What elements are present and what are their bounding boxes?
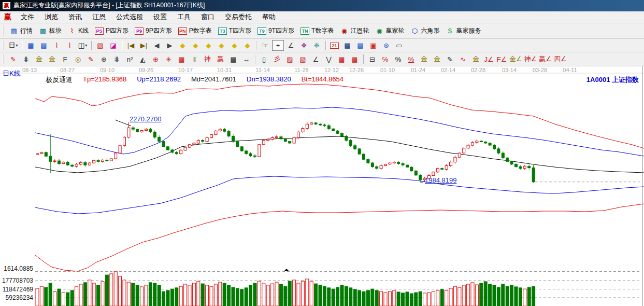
print-button[interactable]: ▭ — [393, 40, 405, 51]
calculator-button[interactable]: ▦ — [341, 40, 353, 51]
shen-tool-button[interactable]: 神 — [202, 54, 213, 65]
fan-lines-button[interactable]: 彡 — [271, 54, 283, 65]
color-chart-button[interactable]: ◪ — [107, 40, 119, 51]
compress-v-button[interactable]: ◆ — [241, 40, 253, 51]
fan-box-2-button[interactable]: ▧ — [297, 54, 309, 65]
kline-chart-canvas[interactable] — [0, 66, 644, 306]
candle-body — [289, 142, 291, 143]
gold-underline-button[interactable]: 金 — [470, 54, 482, 65]
compare-button[interactable]: ▧ — [94, 40, 106, 51]
web-link-button[interactable]: ⊛ — [380, 40, 392, 51]
gann-wheel-button[interactable]: ◉江恩轮 — [337, 23, 372, 38]
shift-right-button[interactable]: ◆ — [190, 40, 202, 51]
bars-percent-button[interactable]: ⊟ — [366, 54, 378, 65]
target-circle-button[interactable]: ⊕ — [150, 54, 162, 65]
red-grid-2-button[interactable]: ▦ — [349, 54, 361, 65]
hand-tool-button[interactable]: ☞ — [259, 40, 271, 51]
si-angle-button[interactable]: 四∠ — [553, 54, 567, 65]
gold-line-button[interactable]: 金 — [431, 54, 443, 65]
box-tool-button[interactable]: ▯ — [258, 54, 270, 65]
double-bars-button[interactable]: ‖ — [189, 54, 201, 65]
f-angle-button[interactable]: F∠ — [496, 54, 508, 65]
winner-wheel-button[interactable]: ◉赢家轮 — [372, 23, 407, 38]
expand-h-button[interactable]: ◆ — [203, 40, 214, 51]
menu-item-0[interactable]: 文件 — [16, 12, 39, 22]
notes-button[interactable]: ▤ — [354, 40, 366, 51]
last-page-button[interactable]: ▶| — [138, 40, 150, 51]
menu-item-6[interactable]: 工具 — [172, 12, 196, 22]
ying-tool-button[interactable]: 赢 — [214, 54, 226, 65]
golden-section-2-button[interactable]: 金 — [46, 54, 58, 65]
menu-item-4[interactable]: 公式选股 — [111, 12, 148, 22]
percent-line-button[interactable]: % — [405, 54, 417, 65]
hexagon-button[interactable]: ⬡六角形 — [407, 23, 442, 38]
shen-angle-button[interactable]: 神∠ — [524, 54, 538, 65]
percent-box-button[interactable]: ℅ — [379, 54, 391, 65]
gold-angle-button[interactable]: 金∠ — [509, 54, 523, 65]
red-grid-button[interactable]: ▦ — [336, 54, 348, 65]
percent-button[interactable]: % — [392, 54, 404, 65]
kline-small-9-button[interactable]: ⌇ — [64, 40, 76, 51]
p-number-table-button[interactable]: PNP数字表 — [175, 23, 215, 38]
menu-item-5[interactable]: 设置 — [148, 12, 172, 22]
menu-item-1[interactable]: 浏览 — [39, 12, 63, 22]
star-grid-button[interactable]: ✳ — [163, 54, 175, 65]
menu-item-7[interactable]: 窗口 — [196, 12, 220, 22]
next-bar-button[interactable]: ▶ — [164, 40, 176, 51]
9p-square-button[interactable]: P99P四方形 — [132, 23, 175, 38]
grid-lines-button[interactable]: ⋕ — [20, 54, 32, 65]
tool-teal-button[interactable]: ❈ — [311, 40, 323, 51]
ying-angle-button[interactable]: 赢∠ — [538, 54, 552, 65]
mirror-angle-button[interactable]: ◭ — [137, 54, 149, 65]
winner-service-button[interactable]: $赢家服务 — [442, 23, 484, 38]
sectors-button[interactable]: ▩板块 — [36, 23, 65, 38]
compress-h-button[interactable]: ◆ — [216, 40, 227, 51]
gold-circle-button[interactable]: 金 — [418, 54, 430, 65]
golden-section-button[interactable]: 金 — [33, 54, 45, 65]
wave-tool-button[interactable]: ∿ — [457, 54, 469, 65]
volume-bar — [440, 289, 443, 306]
angle-lines-button[interactable]: ∠ — [310, 54, 322, 65]
expand-v-button[interactable]: ◆ — [228, 40, 240, 51]
f-lines-button[interactable]: F — [59, 54, 71, 65]
box-grid-button[interactable]: ▦ — [176, 54, 188, 65]
prev-bar-button[interactable]: ◀ — [151, 40, 163, 51]
9t-square-button[interactable]: T99T四方形 — [254, 23, 297, 38]
spiral-button[interactable]: ◎ — [72, 54, 84, 65]
menu-item-3[interactable]: 江恩 — [87, 12, 111, 22]
volume-bar — [458, 287, 461, 306]
candle-style-button[interactable]: ◫▾ — [77, 40, 89, 51]
draw-pen-button[interactable]: ✎ — [7, 54, 19, 65]
pen-grid-button[interactable]: ✎ — [85, 54, 97, 65]
period-day-button[interactable]: 日▾ — [7, 40, 19, 51]
crosshair-tool-button[interactable]: + — [272, 40, 284, 51]
grid-123-button[interactable]: ▦ — [227, 54, 239, 65]
angle-measure-button[interactable]: ∠ — [285, 40, 297, 51]
tool-purple-button[interactable]: ❖ — [298, 40, 310, 51]
menu-item-9[interactable]: 帮助 — [257, 12, 281, 22]
first-page-button[interactable]: |◀ — [125, 40, 137, 51]
j-angle-button[interactable]: J∠ — [483, 54, 495, 65]
chart-frame-button[interactable]: ▦ — [25, 40, 37, 51]
menu-item-8[interactable]: 交易委托 — [220, 12, 257, 22]
title-bar[interactable]: 赢 赢家江恩专业版[赢家内部服务平台] - [上证指数 SH1A0001-167… — [0, 0, 644, 11]
t-number-table-button[interactable]: TNT数字表 — [297, 23, 337, 38]
shift-left-button[interactable]: ◆ — [177, 40, 189, 51]
t-square-button[interactable]: T3T四方形 — [215, 23, 254, 38]
menu-item-2[interactable]: 资讯 — [63, 12, 87, 22]
fan-box-button[interactable]: ▨ — [284, 54, 296, 65]
width-arrows-button[interactable]: ↔ — [240, 54, 252, 65]
v-lines-button[interactable]: ⋁ — [323, 54, 335, 65]
p-square-button[interactable]: PSP四方形 — [92, 23, 132, 38]
kline-small-3-button[interactable]: ⌇ — [51, 40, 63, 51]
bars-grid-button[interactable]: ⋕ — [111, 54, 123, 65]
quotes-button[interactable]: ▦行情 — [7, 23, 36, 38]
cycle-circle-button[interactable]: ⊕ — [98, 54, 110, 65]
info-panel-button[interactable]: ▤ — [38, 40, 50, 51]
calendar-button[interactable]: 21 — [328, 40, 340, 51]
save-button[interactable]: ▣ — [367, 40, 379, 51]
pen-black-button[interactable]: ✎ — [444, 54, 456, 65]
n-square-button[interactable]: n² — [124, 54, 136, 65]
volume-bar — [166, 290, 169, 306]
kline-button[interactable]: ⌇K线 — [65, 23, 92, 38]
